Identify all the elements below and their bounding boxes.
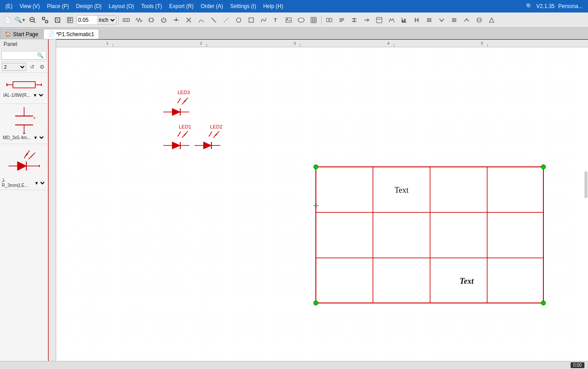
arc-tool[interactable] xyxy=(220,14,232,26)
fit-view-button[interactable] xyxy=(39,14,51,26)
svg-text:LED2: LED2 xyxy=(210,124,223,129)
canvas-area[interactable]: 1 2 3 4 5 xyxy=(48,39,588,369)
new-button[interactable]: 📄 xyxy=(2,14,13,26)
tab-bar: 🏠 Start Page 📄 *P1.Schematic1 xyxy=(0,28,588,39)
led-symbol xyxy=(8,146,40,177)
panel-refresh-btn[interactable]: ↺ xyxy=(28,63,36,71)
tool-e[interactable] xyxy=(373,14,385,26)
zoom-out-button[interactable] xyxy=(27,14,38,26)
svg-rect-26 xyxy=(249,18,253,22)
svg-rect-45 xyxy=(377,17,382,23)
svg-rect-125 xyxy=(316,167,543,303)
menu-layout[interactable]: Layout (O) xyxy=(105,2,138,10)
capacitor-label: MD_3x5.4m... ▼ xyxy=(3,135,45,141)
menu-view[interactable]: View (V) xyxy=(16,2,43,10)
component-button[interactable] xyxy=(145,14,157,26)
svg-rect-36 xyxy=(327,18,329,22)
svg-text:4: 4 xyxy=(387,41,389,46)
resistor-symbol xyxy=(6,78,42,91)
svg-rect-50 xyxy=(404,19,406,22)
tool-a[interactable] xyxy=(323,14,335,26)
circle-tool[interactable] xyxy=(233,14,244,26)
menu-tools[interactable]: Tools (T) xyxy=(138,2,166,10)
tool-m[interactable] xyxy=(473,14,485,26)
svg-line-6 xyxy=(57,19,58,21)
tool-n[interactable] xyxy=(486,14,497,26)
tab-start-label: Start Page xyxy=(13,31,38,37)
v-scrollbar[interactable] xyxy=(584,171,588,198)
status-bar: 0:00 xyxy=(0,361,588,369)
grid-unit-select[interactable]: inch mm xyxy=(97,16,116,25)
text-tool[interactable]: T xyxy=(270,14,282,26)
ellipse-tool[interactable] xyxy=(295,14,307,26)
svg-rect-4 xyxy=(46,21,48,23)
bezier-tool[interactable] xyxy=(258,14,269,26)
app-version: V2.1.35 xyxy=(536,3,555,9)
svg-rect-28 xyxy=(286,18,291,22)
tab-start-page[interactable]: 🏠 Start Page xyxy=(0,29,43,39)
svg-text:LED3: LED3 xyxy=(178,90,190,95)
tool-c[interactable] xyxy=(348,14,360,26)
panel-zoom-select[interactable]: 2 xyxy=(2,63,26,71)
svg-line-80 xyxy=(24,153,27,158)
schematic-canvas[interactable]: LED3 LED1 L xyxy=(56,47,588,369)
image-tool[interactable] xyxy=(283,14,294,26)
grid-button[interactable] xyxy=(64,14,76,26)
svg-text:Text: Text xyxy=(394,186,409,195)
zoom-in-button[interactable]: 🔍+ xyxy=(14,14,26,26)
capacitor-dropdown[interactable]: ▼ xyxy=(32,135,45,141)
menu-place[interactable]: Place (P) xyxy=(43,2,72,10)
add-wire-button[interactable] xyxy=(120,14,132,26)
waveform-button[interactable] xyxy=(133,14,145,26)
svg-rect-3 xyxy=(42,17,45,20)
svg-text:Text: Text xyxy=(460,277,474,286)
left-panel: Panel 🔍 2 ↺ ⚙ IAL-1/8W xyxy=(0,39,48,369)
tool-g[interactable] xyxy=(398,14,410,26)
menu-help[interactable]: Help (H) xyxy=(260,2,287,10)
ruler-vertical xyxy=(48,39,56,369)
toolbar-sep-1 xyxy=(118,15,119,25)
svg-rect-16 xyxy=(149,18,153,22)
tool-l[interactable] xyxy=(461,14,472,26)
tool-h[interactable] xyxy=(411,14,422,26)
menu-design[interactable]: Design (D) xyxy=(72,2,105,10)
tool-i[interactable] xyxy=(423,14,435,26)
resistor-dropdown[interactable]: ▼ xyxy=(31,92,45,98)
menu-export[interactable]: Export (R) xyxy=(166,2,197,10)
tab-schematic1[interactable]: 📄 *P1.Schematic1 xyxy=(43,29,99,39)
tool-k[interactable] xyxy=(448,14,460,26)
power-button[interactable] xyxy=(158,14,170,26)
wire-tool[interactable] xyxy=(195,14,207,26)
menu-order[interactable]: Order (A) xyxy=(197,2,227,10)
component-resistor: IAL-1/8W(R... ▼ xyxy=(0,73,48,104)
rect-tool[interactable] xyxy=(245,14,257,26)
svg-text:2: 2 xyxy=(200,41,202,46)
search-icon[interactable]: 🔍 xyxy=(526,3,533,9)
tool-d[interactable] xyxy=(361,14,373,26)
menu-right: 🔍 V2.1.35 Persona... xyxy=(526,3,586,9)
line-tool[interactable] xyxy=(208,14,219,26)
menu-settings[interactable]: Settings (I) xyxy=(227,2,260,10)
grid-value-input[interactable] xyxy=(77,16,97,25)
svg-text:T: T xyxy=(274,17,277,23)
svg-text:1: 1 xyxy=(106,41,108,46)
tool-j[interactable] xyxy=(436,14,447,26)
menu-edit[interactable]: (E) xyxy=(2,2,16,10)
tool-f[interactable] xyxy=(386,14,398,26)
panel-header: Panel xyxy=(0,39,48,50)
start-page-icon: 🏠 xyxy=(5,31,11,37)
junction-button[interactable] xyxy=(170,14,182,26)
svg-point-72 xyxy=(23,133,25,134)
cross-button[interactable] xyxy=(183,14,195,26)
led-dropdown[interactable]: ▼ xyxy=(33,180,46,186)
led-label: J-R_3mm(LE... ▼ xyxy=(2,178,46,188)
tool-b[interactable] xyxy=(336,14,348,26)
table-tool[interactable] xyxy=(308,14,319,26)
actual-size-button[interactable] xyxy=(52,14,63,26)
menu-bar: (E) View (V) Place (P) Design (D) Layout… xyxy=(0,0,588,12)
panel-search-icon[interactable]: 🔍 xyxy=(37,52,44,58)
ruler-h-svg: 1 2 3 4 5 xyxy=(48,39,588,47)
panel-settings-btn[interactable]: ⚙ xyxy=(38,63,46,71)
ruler-horizontal: 1 2 3 4 5 xyxy=(48,39,588,47)
svg-text:+: + xyxy=(33,116,36,120)
